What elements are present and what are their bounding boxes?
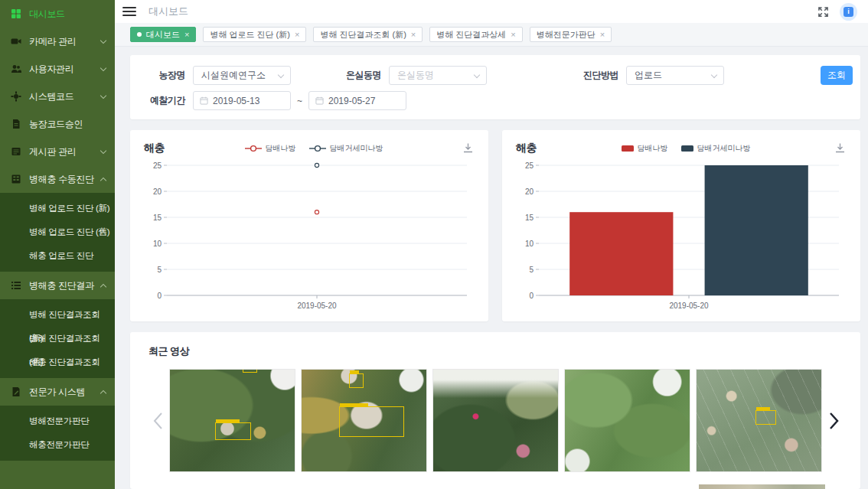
sidebar-subitem-disease-result-new[interactable]: 병해 진단결과조회 (新) [0,303,115,327]
leaf-photo-thumbnail[interactable] [432,369,559,472]
sidebar-subitem-disease-expert[interactable]: 병해전문가판단 [0,409,115,433]
page-title: 대시보드 [148,5,188,18]
greenhouse-label: 온실동명 [338,69,381,82]
pest-bar-card: 해충 담배나방 담배거세미나방 [502,130,860,321]
tab-close-icon[interactable]: × [511,30,515,39]
line-marker-icon [308,145,327,152]
calendar-icon [315,96,324,105]
svg-text:2019-05-20: 2019-05-20 [669,302,709,310]
survey-period-label: 예찰기간 [142,94,185,107]
chevron-down-icon [474,72,480,78]
svg-text:10: 10 [153,240,162,248]
legend-item[interactable]: 담배거세미나방 [680,143,751,154]
sidebar-item-camera-management[interactable]: 카메라 관리 [0,28,115,55]
sidebar-item-user-management[interactable]: 사용자관리 [0,55,115,83]
legend-item[interactable]: 담배나방 [621,143,668,154]
scatter-legend: 담배나방 담배거세미나방 [165,143,462,154]
svg-text:15: 15 [153,214,162,222]
thumbnail-list [169,369,822,472]
chevron-up-icon [100,390,106,396]
sidebar-item-label: 병해충 수동진단 [29,173,101,186]
sidebar-item-board-management[interactable]: 게시판 관리 [0,138,115,165]
legend-item[interactable]: 담배거세미나방 [308,143,383,154]
tab-close-icon[interactable]: × [295,30,299,39]
svg-text:5: 5 [529,266,534,274]
sidebar-subitem-pest-expert[interactable]: 해충전문가판단 [0,433,115,457]
sidebar-item-system-code[interactable]: 시스템코드 [0,83,115,110]
board-icon [10,146,21,158]
sidebar-item-label: 농장코드승인 [29,118,106,131]
sidebar-subitem-pest-upload[interactable]: 해충 업로드 진단 [0,244,115,268]
tab-close-icon[interactable]: × [411,30,416,39]
period-end-date-input[interactable]: 2019-05-27 [308,91,406,110]
farm-name-label: 농장명 [142,69,185,82]
svg-text:0: 0 [157,292,162,300]
chevron-down-icon [711,72,717,78]
leaf-photo-thumbnail[interactable] [696,369,822,472]
carousel-prev-button[interactable] [148,369,167,472]
sidebar-subitem-pest-result[interactable]: 해충 진단결과조회 [0,350,115,374]
thumbnail-row-2 [148,484,842,489]
download-icon[interactable] [462,142,475,155]
sidebar-item-manual-diagnosis[interactable]: 병해충 수동진단 [0,165,115,193]
tab-disease-upload-new[interactable]: 병해 업로드 진단 (新) × [203,27,306,42]
camera-icon [10,36,21,47]
hamburger-menu-icon[interactable] [122,5,136,18]
svg-text:20: 20 [525,187,534,196]
sidebar-item-expert-system[interactable]: 전문가 시스템 [0,378,115,406]
dashboard-icon [10,8,21,20]
legend-item[interactable]: 담배나방 [244,143,296,154]
active-tab-dot [137,32,142,37]
tab-disease-result-detail[interactable]: 병해 진단결과상세 × [429,27,523,42]
svg-text:15: 15 [525,214,534,222]
partial-thumbnail[interactable] [699,484,825,489]
svg-text:0: 0 [529,292,534,300]
tab-dashboard[interactable]: 대시보드 × [130,27,196,42]
sidebar-item-dashboard[interactable]: 대시보드 [0,0,115,28]
sidebar-item-farm-code-approval[interactable]: 농장코드승인 [0,110,115,138]
info-icon[interactable]: i [840,3,857,21]
pest-scatter-card: 해충 담배나방 담배거세미나방 [130,130,488,321]
image-carousel [148,369,842,472]
sidebar: 대시보드 카메라 관리 사용자관리 시스템코드 농장코드승인 게시판 관리 병해… [0,0,115,489]
sidebar-subitem-disease-result-old[interactable]: 병해 진단결과조회 (舊) [0,327,115,350]
sidebar-subitem-disease-upload-old[interactable]: 병해 업로드 진단 (舊) [0,220,115,244]
svg-text:5: 5 [157,266,162,274]
period-start-date-input[interactable]: 2019-05-13 [193,91,291,110]
sidebar-item-label: 게시판 관리 [29,145,101,158]
sidebar-item-label: 대시보드 [29,8,106,21]
tab-close-icon[interactable]: × [184,30,189,39]
fullscreen-icon[interactable] [817,6,829,18]
line-marker-icon [244,145,263,152]
leaf-photo-thumbnail[interactable] [301,369,427,472]
sidebar-subitem-disease-upload-new[interactable]: 병해 업로드 진단 (新) [0,197,115,220]
date-range-separator: ~ [297,96,302,106]
tab-close-icon[interactable]: × [600,30,605,39]
tab-disease-result-new[interactable]: 병해 진단결과조회 (新) × [313,27,423,42]
chevron-down-icon [100,92,106,98]
sidebar-item-label: 병해충 진단결과 [29,279,101,292]
download-icon[interactable] [834,142,847,155]
farm-code-approval-icon [10,119,21,130]
search-button[interactable]: 조회 [821,66,853,85]
detection-box [755,410,777,425]
carousel-next-button[interactable] [824,369,843,472]
chevron-left-icon [153,412,163,430]
leaf-photo-thumbnail[interactable] [169,369,295,472]
chevron-down-icon [100,147,106,153]
chart-title: 해충 [516,142,537,155]
charts-row: 해충 담배나방 담배거세미나방 [130,130,860,321]
expert-system-icon [10,386,21,398]
svg-text:25: 25 [153,161,162,170]
farm-name-select[interactable]: 시설원예연구소 [193,66,291,85]
chevron-down-icon [100,64,106,70]
submenu-expert-system: 병해전문가판단 해충전문가판단 [0,406,115,461]
greenhouse-select[interactable]: 온실동명 [389,66,487,85]
sidebar-item-diagnosis-result[interactable]: 병해충 진단결과 [0,272,115,299]
leaf-photo-thumbnail[interactable] [564,369,690,472]
tab-disease-expert[interactable]: 병해전문가판단 × [530,27,612,42]
svg-text:25: 25 [525,161,534,170]
sidebar-item-label: 시스템코드 [29,90,101,103]
diagnosis-method-select[interactable]: 업로드 [626,66,724,85]
svg-text:20: 20 [153,187,162,196]
